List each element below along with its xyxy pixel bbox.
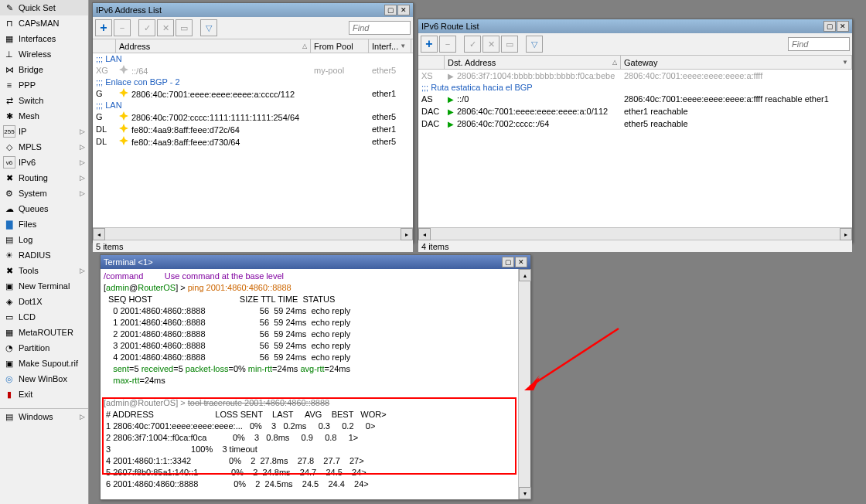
add-button[interactable]: + [95, 19, 112, 36]
close-button[interactable]: ✕ [837, 21, 849, 32]
table-row[interactable]: XS ▶2806:3f7:1004:bbbb:bbbb:bbbb:f0ca:be… [418, 70, 852, 82]
sidebar-item-mesh[interactable]: ✱Mesh [0, 108, 88, 124]
chevron-right-icon: ▷ [80, 128, 85, 135]
scroll-right-icon[interactable]: ▸ [401, 228, 413, 240]
terminal-line: sent=5 received=5 packet-loss=0% min-rtt… [104, 364, 350, 373]
sidebar-item-switch[interactable]: ⇄Switch [0, 93, 88, 108]
find-input[interactable] [349, 21, 411, 35]
col-flags[interactable] [418, 56, 445, 69]
enable-button[interactable]: ✓ [138, 19, 155, 36]
table-row[interactable]: DAC ▶2806:40c:7002:cccc::/64 ether5 reac… [418, 117, 852, 130]
bridge-icon: ⋈ [3, 63, 15, 76]
terminal-line: [admin@RouterOS] > ping 2001:4860:4860::… [104, 283, 292, 292]
sidebar-item-ppp[interactable]: ≡PPP [0, 77, 88, 93]
scroll-right-icon[interactable]: ▸ [840, 228, 852, 240]
col-frompool[interactable]: From Pool [311, 39, 369, 53]
col-interface[interactable]: Interf...▼ [369, 39, 411, 53]
titlebar[interactable]: IPv6 Address List ▢ ✕ [93, 3, 413, 17]
filter-button[interactable]: ▽ [526, 36, 543, 53]
sidebar-item-interfaces[interactable]: ▦Interfaces [0, 31, 88, 46]
sidebar-label: Quick Set [19, 3, 56, 12]
sidebar-item-bridge[interactable]: ⋈Bridge [0, 62, 88, 77]
filter-button[interactable]: ▽ [200, 19, 217, 36]
find-input[interactable] [788, 37, 850, 51]
address-icon [119, 111, 128, 121]
scrollbar-horizontal[interactable]: ◂▸ [93, 227, 413, 240]
col-dst[interactable]: Dst. Address△ [445, 56, 621, 69]
table-row[interactable]: DL fe80::4aa9:8aff:feee:d72c/64 ether1 [93, 123, 413, 135]
table-row[interactable]: DAC ▶2806:40c:7001:eeee:eeee:eeee:a:0/11… [418, 105, 852, 117]
sidebar-item-windows[interactable]: ▤Windows▷ [0, 409, 88, 424]
sidebar-label: Dot1X [19, 297, 43, 306]
sidebar-item-new-winbox[interactable]: ◎New WinBox [0, 371, 88, 387]
scroll-down-icon[interactable]: ▾ [519, 487, 531, 499]
sidebar-item-routing[interactable]: ✖Routing▷ [0, 170, 88, 186]
sidebar-item-exit[interactable]: ▮Exit [0, 387, 88, 402]
titlebar[interactable]: IPv6 Route List ▢ ✕ [418, 19, 852, 33]
add-button[interactable]: + [421, 36, 438, 53]
disable-button[interactable]: ✕ [482, 36, 499, 53]
sidebar-item-dot1x[interactable]: ◈Dot1X [0, 294, 88, 309]
table-row[interactable]: DL fe80::4aa9:8aff:feee:d730/64 ether5 [93, 135, 413, 148]
comment-button[interactable]: ▭ [176, 19, 193, 36]
close-button[interactable]: ✕ [397, 5, 410, 15]
maximize-button[interactable]: ▢ [823, 21, 836, 32]
disable-button[interactable]: ✕ [157, 19, 174, 36]
terminal-line: 3 2001:4860:4860::8888 56 59 24ms echo r… [104, 341, 350, 350]
sidebar-item-new-terminal[interactable]: ▣New Terminal [0, 278, 88, 294]
titlebar[interactable]: Terminal <1> ▢ ✕ [101, 255, 530, 269]
sidebar-item-wireless[interactable]: ⊥Wireless [0, 46, 88, 62]
sidebar-item-ip[interactable]: 255IP▷ [0, 124, 88, 139]
sidebar-item-capsman[interactable]: ⊓CAPsMAN [0, 15, 88, 31]
cell-gateway: 2806:40c:7001:eeee:eeee:eeee:a:ffff reac… [621, 94, 832, 104]
enable-button[interactable]: ✓ [464, 36, 481, 53]
remove-button[interactable]: − [114, 19, 131, 36]
sidebar-item-metarouter[interactable]: ▦MetaROUTER [0, 325, 88, 340]
sidebar-item-supout[interactable]: ▣Make Supout.rif [0, 356, 88, 371]
cell-address: ::/64 [116, 65, 311, 76]
terminal-output[interactable]: /command Use command at the base level [… [101, 269, 530, 499]
sidebar-label: Exit [19, 390, 32, 399]
cell-gateway: ether1 reachable [621, 107, 691, 116]
maximize-button[interactable]: ▢ [502, 257, 514, 267]
sidebar-item-mpls[interactable]: ◇MPLS▷ [0, 139, 88, 155]
cell-address: 2806:40c:7002:cccc:1111:1111:1111:254/64 [116, 111, 311, 122]
radius-icon: ☀ [3, 249, 15, 261]
comment-button[interactable]: ▭ [501, 36, 518, 53]
sidebar-label: Wireless [19, 49, 51, 59]
terminal-line: 2 2806:3f7:1004::f0ca:f0ca 0% 3 0.8ms 0.… [104, 433, 358, 442]
sidebar-item-files[interactable]: ▇Files [0, 216, 88, 232]
scroll-up-icon[interactable]: ▴ [519, 269, 531, 281]
col-flags[interactable] [93, 39, 116, 53]
cell-address: fe80::4aa9:8aff:feee:d730/64 [116, 136, 311, 147]
sidebar-label: System [19, 189, 47, 198]
sidebar-item-queues[interactable]: ☁Queues [0, 201, 88, 216]
remove-button[interactable]: − [439, 36, 456, 53]
close-button[interactable]: ✕ [515, 257, 527, 267]
sidebar-item-ipv6[interactable]: v6IPv6▷ [0, 155, 88, 170]
sidebar-item-radius[interactable]: ☀RADIUS [0, 247, 88, 263]
sidebar-item-partition[interactable]: ◔Partition [0, 340, 88, 356]
sidebar-item-tools[interactable]: ✖Tools▷ [0, 263, 88, 278]
col-gateway[interactable]: Gateway▼ [621, 56, 852, 69]
sidebar-item-lcd[interactable]: ▭LCD [0, 309, 88, 325]
sidebar-item-log[interactable]: ▤Log [0, 232, 88, 247]
col-address[interactable]: Address△ [116, 39, 311, 53]
table-row[interactable]: AS ▶::/0 2806:40c:7001:eeee:eeee:eeee:a:… [418, 93, 852, 105]
scroll-left-icon[interactable]: ◂ [418, 228, 431, 240]
table-row[interactable]: G 2806:40c:7001:eeee:eeee:eeee:a:cccc/11… [93, 87, 413, 100]
table-header: Dst. Address△ Gateway▼ [418, 56, 852, 70]
table-row[interactable]: G 2806:40c:7002:cccc:1111:1111:1111:254/… [93, 111, 413, 123]
toolbar: + − ✓ ✕ ▭ ▽ [93, 17, 413, 39]
sidebar-item-system[interactable]: ⚙System▷ [0, 186, 88, 201]
scroll-left-icon[interactable]: ◂ [93, 228, 105, 240]
sidebar-label: MetaROUTER [19, 328, 73, 337]
sidebar-label: LCD [19, 312, 36, 322]
table-row[interactable]: XG ::/64 my-pool ether5 [93, 64, 413, 77]
sidebar-item-quickset[interactable]: ✎Quick Set [0, 0, 88, 15]
ppp-icon: ≡ [3, 79, 15, 91]
scrollbar-horizontal[interactable]: ◂▸ [418, 227, 852, 240]
cap-icon: ⊓ [3, 17, 15, 29]
scrollbar-vertical[interactable]: ▴▾ [518, 269, 530, 499]
maximize-button[interactable]: ▢ [384, 5, 397, 15]
